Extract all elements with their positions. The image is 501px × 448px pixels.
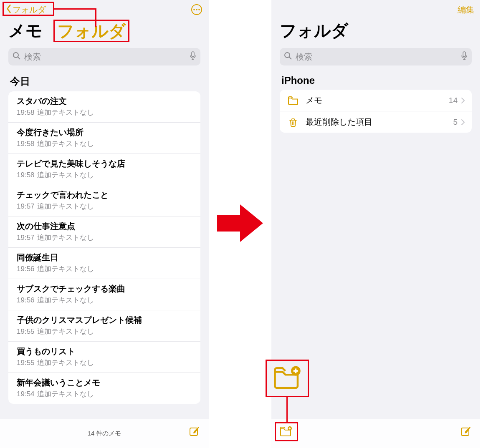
svg-rect-12 bbox=[463, 52, 466, 57]
note-row[interactable]: スタバの注文19:58追加テキストなし bbox=[8, 91, 200, 123]
chevron-left-icon bbox=[6, 4, 12, 15]
note-title: 次の仕事注意点 bbox=[17, 221, 192, 232]
note-title: 買うものリスト bbox=[17, 346, 192, 357]
right-toolbar bbox=[271, 419, 480, 448]
new-folder-icon bbox=[280, 426, 292, 438]
note-subtitle: 19:57追加テキストなし bbox=[17, 201, 192, 211]
back-button[interactable]: フォルダ bbox=[6, 4, 46, 15]
right-screen: 編集 フォルダ 検索 iPhone メモ14最近削除した項目5 bbox=[271, 0, 480, 448]
left-title-row: メモ フォルダ bbox=[0, 19, 209, 45]
folder-count: 5 bbox=[453, 118, 458, 127]
mic-icon bbox=[190, 51, 196, 63]
note-title: 新年会議いうことメモ bbox=[17, 377, 192, 388]
note-row[interactable]: 次の仕事注意点19:57追加テキストなし bbox=[8, 216, 200, 248]
compose-icon bbox=[189, 432, 200, 439]
folder-label: メモ bbox=[306, 95, 449, 106]
svg-rect-6 bbox=[192, 52, 194, 57]
more-icon bbox=[190, 3, 203, 16]
svg-line-5 bbox=[18, 57, 20, 59]
svg-point-10 bbox=[285, 53, 290, 58]
back-label: フォルダ bbox=[13, 4, 46, 15]
note-row[interactable]: 同僚誕生日19:56追加テキストなし bbox=[8, 248, 200, 279]
note-row[interactable]: テレビで見た美味しそうな店19:58追加テキストなし bbox=[8, 154, 200, 185]
comparison-stage: フォルダ メモ フォルダ 検索 今日 スタバの注文19:58追加テキストなし今度… bbox=[0, 0, 501, 448]
chevron-right-icon bbox=[461, 97, 465, 104]
search-field[interactable]: 検索 bbox=[280, 48, 472, 65]
section-today: 今日 bbox=[0, 72, 209, 91]
note-title: テレビで見た美味しそうな店 bbox=[17, 158, 192, 169]
note-subtitle: 19:55追加テキストなし bbox=[17, 327, 192, 336]
page-title: フォルダ bbox=[280, 19, 348, 42]
note-subtitle: 19:58追加テキストなし bbox=[17, 170, 192, 180]
note-subtitle: 19:55追加テキストなし bbox=[17, 358, 192, 367]
compose-icon bbox=[460, 432, 472, 439]
svg-point-2 bbox=[196, 9, 197, 10]
new-folder-button[interactable] bbox=[280, 426, 292, 438]
left-navbar: フォルダ bbox=[0, 0, 209, 19]
note-title: 今度行きたい場所 bbox=[17, 127, 192, 138]
folder-count: 14 bbox=[449, 96, 458, 105]
note-title: サブスクでチェックする楽曲 bbox=[17, 283, 192, 294]
page-title: メモ bbox=[8, 19, 43, 42]
note-row[interactable]: 買うものリスト19:55追加テキストなし bbox=[8, 342, 200, 373]
svg-point-4 bbox=[13, 53, 18, 58]
note-title: チェックで言われたこと bbox=[17, 189, 192, 201]
compose-button[interactable] bbox=[189, 426, 200, 439]
compose-button[interactable] bbox=[460, 426, 472, 439]
left-toolbar: 14 件のメモ bbox=[0, 419, 209, 448]
annotation-arrow-icon bbox=[217, 200, 263, 246]
search-field[interactable]: 検索 bbox=[8, 48, 200, 65]
right-navbar: 編集 bbox=[271, 0, 480, 19]
svg-marker-21 bbox=[217, 204, 263, 242]
note-title: 同僚誕生日 bbox=[17, 252, 192, 263]
folder-label: 最近削除した項目 bbox=[306, 116, 453, 128]
note-title: スタバの注文 bbox=[17, 96, 192, 107]
search-icon bbox=[284, 52, 296, 62]
note-row[interactable]: サブスクでチェックする楽曲19:56追加テキストなし bbox=[8, 279, 200, 310]
notes-list: スタバの注文19:58追加テキストなし今度行きたい場所19:58追加テキストなし… bbox=[8, 91, 200, 404]
chevron-right-icon bbox=[461, 119, 465, 126]
note-row[interactable]: 今度行きたい場所19:58追加テキストなし bbox=[8, 123, 200, 154]
edit-button[interactable]: 編集 bbox=[458, 4, 474, 15]
svg-point-1 bbox=[193, 9, 195, 10]
annotation-folder-label: フォルダ bbox=[53, 20, 129, 42]
note-row[interactable]: 新年会議いうことメモ19:54追加テキストなし bbox=[8, 373, 200, 404]
folder-row[interactable]: 最近削除した項目5 bbox=[280, 111, 472, 133]
left-screen: フォルダ メモ フォルダ 検索 今日 スタバの注文19:58追加テキストなし今度… bbox=[0, 0, 209, 448]
note-subtitle: 19:56追加テキストなし bbox=[17, 264, 192, 274]
svg-line-11 bbox=[289, 57, 291, 59]
more-button[interactable] bbox=[190, 3, 203, 16]
note-title: 子供のクリスマスプレゼント候補 bbox=[17, 315, 192, 326]
search-icon bbox=[13, 52, 24, 62]
folder-icon bbox=[286, 96, 300, 106]
note-subtitle: 19:56追加テキストなし bbox=[17, 295, 192, 305]
note-subtitle: 19:54追加テキストなし bbox=[17, 389, 192, 399]
svg-point-3 bbox=[198, 9, 200, 10]
note-row[interactable]: チェックで言われたこと19:57追加テキストなし bbox=[8, 185, 200, 216]
note-subtitle: 19:58追加テキストなし bbox=[17, 108, 192, 117]
mic-icon bbox=[461, 51, 468, 63]
search-placeholder: 検索 bbox=[296, 51, 461, 63]
note-row[interactable]: 子供のクリスマスプレゼント候補19:55追加テキストなし bbox=[8, 310, 200, 342]
right-title-row: フォルダ bbox=[271, 19, 480, 45]
note-subtitle: 19:57追加テキストなし bbox=[17, 233, 192, 242]
folders-list: メモ14最近削除した項目5 bbox=[280, 90, 472, 133]
notes-count: 14 件のメモ bbox=[88, 430, 121, 438]
note-subtitle: 19:58追加テキストなし bbox=[17, 139, 192, 148]
folder-row[interactable]: メモ14 bbox=[280, 90, 472, 111]
section-device: iPhone bbox=[271, 72, 480, 90]
search-placeholder: 検索 bbox=[24, 51, 190, 63]
trash-icon bbox=[286, 117, 300, 127]
